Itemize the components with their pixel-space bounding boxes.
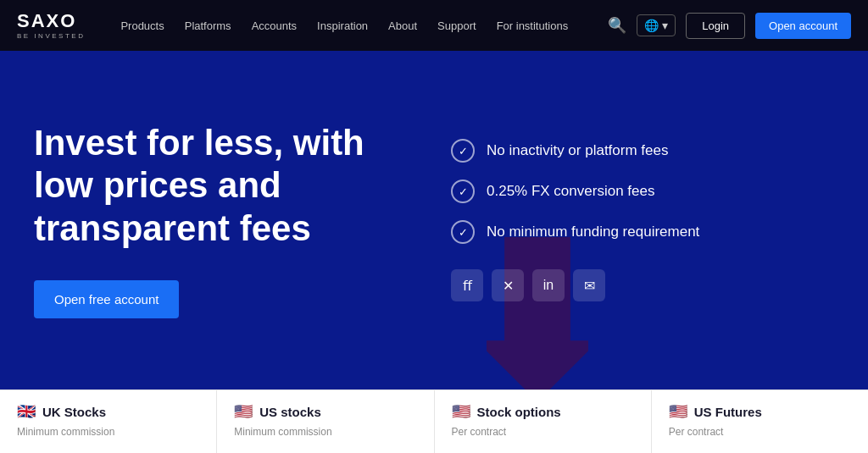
language-selector[interactable]: 🌐 ▾: [637, 14, 676, 36]
card-futures-header: 🇺🇸 US Futures: [669, 402, 851, 421]
uk-flag-icon: 🇬🇧: [17, 402, 36, 421]
open-account-button[interactable]: Open account: [755, 13, 851, 39]
options-flag-icon: 🇺🇸: [452, 402, 470, 421]
cards-row: 🇬🇧 UK Stocks Minimum commission 🇺🇸 US st…: [0, 389, 868, 453]
nav-institutions[interactable]: For institutions: [487, 19, 579, 32]
nav-platforms[interactable]: Platforms: [175, 19, 242, 32]
search-icon[interactable]: 🔍: [608, 16, 626, 35]
us-futures-subtitle: Per contract: [669, 426, 851, 438]
feature-1: ✓ No inactivity or platform fees: [451, 139, 834, 163]
navbar: SAXO BE INVESTED Products Platforms Acco…: [0, 0, 868, 51]
hero-section: Invest for less, with low prices and tra…: [0, 51, 868, 389]
nav-accounts[interactable]: Accounts: [242, 19, 307, 32]
nav-links: Products Platforms Accounts Inspiration …: [110, 19, 608, 32]
nav-right: 🔍 🌐 ▾ Login Open account: [608, 13, 851, 39]
us-stocks-subtitle: Minimum commission: [234, 426, 416, 438]
linkedin-icon[interactable]: in: [532, 269, 565, 301]
nav-products[interactable]: Products: [110, 19, 174, 32]
us-flag-icon: 🇺🇸: [234, 402, 253, 421]
logo-tagline: BE INVESTED: [17, 32, 85, 40]
card-us-header: 🇺🇸 US stocks: [234, 402, 416, 421]
social-icons: ﬀ ✕ in ✉: [451, 269, 834, 301]
hero-left: Invest for less, with low prices and tra…: [34, 122, 417, 318]
open-free-account-button[interactable]: Open free account: [34, 280, 179, 318]
nav-about[interactable]: About: [378, 19, 427, 32]
email-icon[interactable]: ✉: [573, 269, 605, 301]
stock-options-subtitle: Per contract: [452, 426, 634, 438]
card-uk-stocks: 🇬🇧 UK Stocks Minimum commission: [0, 390, 217, 453]
x-twitter-icon[interactable]: ✕: [492, 269, 524, 301]
hero-right: ✓ No inactivity or platform fees ✓ 0.25%…: [417, 139, 834, 301]
feature-2-text: 0.25% FX conversion fees: [487, 183, 654, 200]
uk-stocks-title: UK Stocks: [42, 405, 106, 419]
card-options-header: 🇺🇸 Stock options: [452, 402, 634, 421]
hero-title: Invest for less, with low prices and tra…: [34, 122, 417, 250]
feature-2: ✓ 0.25% FX conversion fees: [451, 180, 834, 203]
futures-flag-icon: 🇺🇸: [669, 402, 687, 421]
check-icon-1: ✓: [451, 139, 475, 163]
logo-text: SAXO: [17, 12, 85, 30]
nav-support[interactable]: Support: [427, 19, 487, 32]
check-icon-3: ✓: [451, 220, 475, 244]
feature-3: ✓ No minimum funding requirement: [451, 220, 834, 244]
card-uk-header: 🇬🇧 UK Stocks: [17, 402, 199, 421]
feature-1-text: No inactivity or platform fees: [487, 142, 668, 159]
feature-3-text: No minimum funding requirement: [487, 224, 699, 240]
uk-stocks-subtitle: Minimum commission: [17, 426, 199, 438]
card-us-stocks: 🇺🇸 US stocks Minimum commission: [217, 390, 434, 453]
card-us-futures: 🇺🇸 US Futures Per contract: [652, 390, 868, 453]
logo[interactable]: SAXO BE INVESTED: [17, 12, 85, 40]
login-button[interactable]: Login: [686, 13, 745, 39]
check-icon-2: ✓: [451, 180, 475, 203]
us-futures-title: US Futures: [694, 405, 762, 419]
us-stocks-title: US stocks: [259, 405, 321, 419]
card-stock-options: 🇺🇸 Stock options Per contract: [435, 390, 652, 453]
nav-inspiration[interactable]: Inspiration: [307, 19, 378, 32]
stock-options-title: Stock options: [477, 405, 561, 419]
facebook-icon[interactable]: ﬀ: [451, 269, 483, 301]
